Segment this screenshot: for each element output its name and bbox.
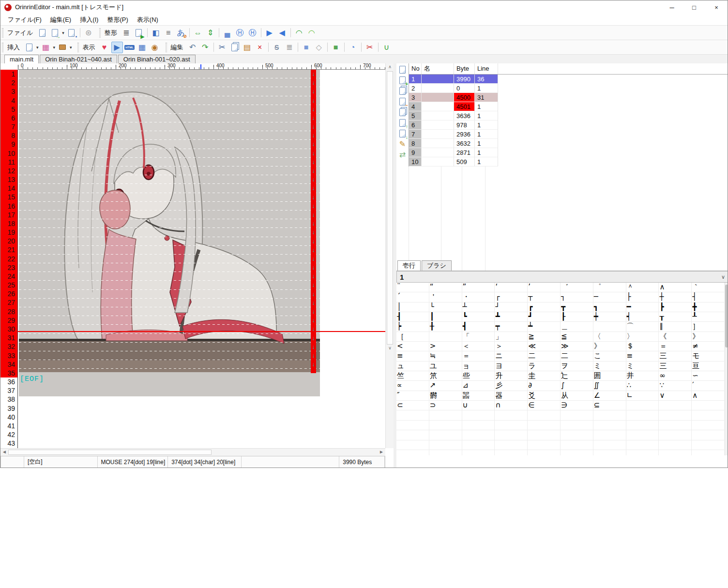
toolbar-grip-icon[interactable]	[2, 28, 3, 38]
palette-char-cell[interactable]: >	[429, 342, 462, 351]
palette-char-cell[interactable]: ミ	[626, 362, 659, 371]
palette-char-cell[interactable]: ‘	[495, 283, 528, 292]
page-remove-icon-inner[interactable]: −	[397, 96, 408, 107]
palette-char-cell[interactable]: ＇	[429, 292, 462, 302]
box-3d-icon[interactable]: ◇	[313, 42, 325, 53]
palette-char-cell[interactable]	[692, 410, 725, 420]
palette-char-cell[interactable]: ╂	[429, 322, 462, 332]
palette-char-cell[interactable]: ┷	[528, 322, 561, 332]
palette-char-cell[interactable]: <	[396, 342, 429, 351]
palette-char-cell[interactable]	[561, 410, 593, 420]
palette-char-cell[interactable]: ∥	[659, 322, 692, 332]
palette-char-cell[interactable]: ∵	[659, 381, 692, 391]
palette-char-cell[interactable]: ≧	[528, 332, 561, 342]
mirror-v-icon[interactable]: Ⓗ	[247, 27, 258, 39]
palette-char-cell[interactable]: ゜	[593, 283, 626, 292]
palette-char-cell[interactable]: 」	[495, 332, 528, 342]
select-all-icon[interactable]: ≣	[284, 42, 295, 53]
palette-char-cell[interactable]	[429, 430, 462, 440]
palette-char-cell[interactable]: 噐	[462, 391, 495, 401]
toolbar-grip-icon[interactable]	[166, 43, 167, 52]
palette-char-cell[interactable]	[561, 430, 593, 440]
refresh-icon[interactable]: ⇄	[397, 150, 408, 160]
palette-char-cell[interactable]: 》	[692, 332, 725, 342]
palette-char-cell[interactable]	[528, 430, 561, 440]
page-up-icon-inner[interactable]: ↑	[397, 117, 408, 129]
palette-char-cell[interactable]: │	[396, 302, 429, 312]
palette-char-cell[interactable]: ┓	[593, 302, 626, 312]
strike-icon[interactable]: S	[271, 42, 283, 53]
doc-tab-ast1[interactable]: Orin Binah-021~040.ast	[40, 55, 117, 63]
vertical-scroll-thumb[interactable]	[387, 71, 393, 345]
palette-char-cell[interactable]: ［	[396, 332, 429, 342]
palette-char-cell[interactable]: ´	[396, 292, 429, 302]
favorite-heart-icon[interactable]: ♥	[99, 42, 110, 53]
palette-char-cell[interactable]: ＿	[561, 322, 593, 332]
palette-char-cell[interactable]: ］	[692, 322, 725, 332]
palette-char-cell[interactable]: 升	[495, 371, 528, 381]
paste-icon[interactable]: ▤	[242, 42, 253, 53]
page-add-icon[interactable]: +	[397, 75, 408, 86]
palette-char-cell[interactable]: モ	[692, 351, 725, 361]
palette-char-cell[interactable]: 囲	[593, 371, 626, 381]
copy-icon[interactable]	[229, 42, 241, 53]
doc-tab-ast2[interactable]: Orin Binah-001~020.ast	[118, 55, 196, 63]
palette-char-cell[interactable]: ┯	[495, 322, 528, 332]
fill-rect-icon[interactable]: ■	[301, 42, 312, 53]
palette-char-cell[interactable]: 》	[593, 342, 626, 351]
scroll-right-icon[interactable]: ►	[378, 449, 385, 454]
palette-char-cell[interactable]: ≦	[561, 332, 593, 342]
page-duplicate-icon[interactable]	[397, 107, 408, 118]
menu-edit[interactable]: 編集(E)	[46, 15, 76, 25]
palette-char-cell[interactable]	[495, 430, 528, 440]
palette-char-cell[interactable]: ＄	[626, 342, 659, 351]
palette-char-cell[interactable]: 笊	[429, 371, 462, 381]
palette-char-cell[interactable]: 些	[462, 371, 495, 381]
palette-char-cell[interactable]: 彡	[495, 381, 528, 391]
palette-char-cell[interactable]: ┨	[396, 312, 429, 322]
table-row[interactable]: 445011	[409, 102, 728, 111]
palette-char-cell[interactable]: ┝	[396, 322, 429, 332]
palette-char-cell[interactable]: ⊿	[462, 381, 495, 391]
palette-char-cell[interactable]: ┏	[528, 302, 561, 312]
palette-char-cell[interactable]: ∈	[528, 401, 561, 410]
palette-char-cell[interactable]	[462, 430, 495, 440]
palette-group-combo[interactable]: 1 ∨	[396, 271, 728, 283]
fill-green-icon[interactable]: ■	[330, 42, 342, 53]
palette-char-cell[interactable]: ヲ	[561, 362, 593, 371]
palette-char-cell[interactable]: ｀	[692, 283, 725, 292]
menu-format[interactable]: 整形(P)	[103, 15, 132, 25]
palette-char-cell[interactable]: ≒	[429, 351, 462, 361]
palette-char-cell[interactable]: ＜	[462, 342, 495, 351]
menu-view[interactable]: 表示(N)	[133, 15, 163, 25]
palette-char-cell[interactable]: ┠	[561, 312, 593, 322]
palette-char-cell[interactable]: ⊃	[429, 401, 462, 410]
table-row[interactable]: 729361	[409, 130, 728, 139]
palette-char-cell[interactable]: ╋	[692, 302, 725, 312]
palette-char-cell[interactable]: ョ	[462, 362, 495, 371]
palette-char-cell[interactable]: ┣	[659, 302, 692, 312]
palette-char-cell[interactable]: ⊆	[593, 401, 626, 410]
table-row[interactable]: 836321	[409, 139, 728, 148]
table-row[interactable]: 3450031	[409, 93, 728, 102]
palette-char-cell[interactable]: ┫	[462, 322, 495, 332]
palette-char-cell[interactable]: ∟	[626, 391, 659, 401]
palette-char-cell[interactable]: 二	[561, 351, 593, 361]
palette-char-cell[interactable]: 欝	[429, 391, 462, 401]
palette-scroll-thumb[interactable]	[725, 285, 728, 347]
palette-char-cell[interactable]: ∧	[692, 391, 725, 401]
page-duplicate-icon-inner[interactable]	[397, 106, 408, 118]
palette-char-cell[interactable]: ∧	[659, 283, 692, 292]
palette-char-cell[interactable]: ∫	[561, 381, 593, 391]
palette-char-cell[interactable]: ＞	[495, 342, 528, 351]
palette-char-cell[interactable]: ┼	[659, 292, 692, 302]
menu-insert[interactable]: 挿入(I)	[76, 15, 103, 25]
palette-char-cell[interactable]	[429, 440, 462, 450]
page-down-icon[interactable]: ↓	[397, 128, 408, 139]
palette-char-cell[interactable]: ∽	[692, 371, 725, 381]
palette-char-cell[interactable]: ├	[626, 292, 659, 302]
redo-icon[interactable]: ↷	[199, 42, 211, 53]
palette-char-cell[interactable]: ュ	[396, 362, 429, 371]
palette-char-cell[interactable]: ”	[462, 283, 495, 292]
palette-char-cell[interactable]	[462, 410, 495, 420]
